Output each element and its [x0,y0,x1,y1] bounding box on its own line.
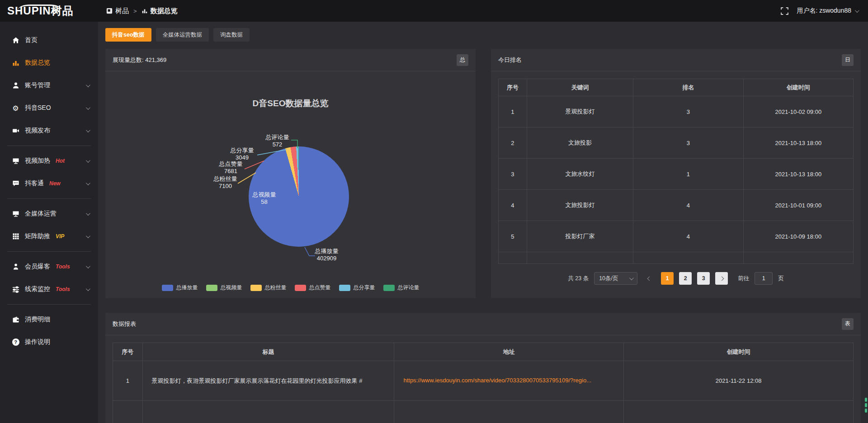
col-created: 创建时间 [743,79,853,96]
sidebar-item-doukétong[interactable]: 抖客通 New [0,172,98,195]
jump-page-input[interactable] [755,272,773,285]
legend-item[interactable]: 总粉丝量 [250,284,287,291]
sidebar-divider [7,251,91,252]
legend-swatch [339,285,350,291]
daily-view-button[interactable]: 日 [842,54,854,66]
table-view-button[interactable]: 表 [842,318,854,330]
chevron-down-icon [86,181,90,185]
vip-badge: VIP [56,233,64,240]
table-header-row: 序号 标题 地址 创建时间 [113,343,854,361]
chart-panel: 展现量总数: 421,369 总 D音SEO数据量总览 总评论量572 [105,49,476,298]
sidebar-item-media-ops[interactable]: 全媒体运营 [0,202,98,225]
chart-legend: 总播放量 总视频量 总粉丝量 总点赞量 总分享量 总评论量 [105,284,476,291]
pagination: 共 23 条 10条/页 1 2 3 前往 页 [498,272,854,285]
prev-page-button[interactable] [643,272,656,285]
tab-inquiry-data[interactable]: 询盘数据 [213,28,250,42]
total-view-button[interactable]: 总 [457,54,468,66]
sidebar-item-account[interactable]: 账号管理 [0,74,98,97]
sidebar-item-video-publish[interactable]: 视频发布 [0,119,98,142]
grid-icon [12,233,19,240]
breadcrumb-root[interactable]: 树品 [106,7,129,15]
page-button-1[interactable]: 1 [661,272,674,285]
pie-label-plays: 总播放量402909 [302,248,352,262]
jump-label: 前往 [738,275,749,282]
tab-media-ops-data[interactable]: 全媒体运营数据 [156,28,209,42]
legend-item[interactable]: 总播放量 [162,284,198,291]
col-url: 地址 [394,343,624,361]
legend-item[interactable]: 总视频量 [206,284,242,291]
video-link[interactable]: https://www.iesdouyin.com/share/video/70… [403,377,591,384]
username-label: 用户名: zswodun88 [797,7,851,15]
monitor-icon [12,157,19,165]
breadcrumb-current[interactable]: 数据总览 [142,7,178,15]
chat-bubble-icon [12,180,19,188]
legend-item[interactable]: 总分享量 [339,284,375,291]
pie-leader-lines [142,71,440,298]
sidebar-item-label: 操作说明 [25,338,50,346]
rank-table: 序号 关键词 排名 创建时间 1景观投影灯32021-10-02 09:00 [498,79,854,264]
table-row[interactable]: 3文旅水纹灯12021-10-13 18:00 [499,159,854,190]
sidebar: 首页 数据总览 账号管理 ⚙ 抖音SEO 视频发布 视频加热 Hot [0,22,98,423]
video-title-cell: 景观投影灯，夜游景观投影灯厂家展示展示落花灯在花园里的灯光投影应用效果 # [142,361,394,401]
table-row[interactable]: 1景观投影灯32021-10-02 09:00 [499,96,854,127]
app-window: SHUPIN树品 树品 > 数据总览 用户名: zswodun88 首页 [0,0,868,423]
page-button-2[interactable]: 2 [679,272,692,285]
table-row[interactable]: 5投影灯厂家42021-10-09 18:00 [499,221,854,252]
rank-panel-title: 今日排名 [498,56,522,64]
sidebar-item-lead-monitor[interactable]: 线索监控 Tools [0,278,98,301]
breadcrumb-separator: > [133,8,137,14]
sidebar-item-video-heat[interactable]: 视频加热 Hot [0,150,98,172]
sidebar-item-label: 视频加热 [25,157,50,165]
col-title: 标题 [142,343,394,361]
page-button-3[interactable]: 3 [697,272,710,285]
document-icon [106,8,113,14]
sidebar-item-label: 矩阵助推 [25,232,50,240]
sidebar-divider [7,304,91,305]
logo[interactable]: SHUPIN树品 [0,4,98,18]
sidebar-item-label: 会员爆客 [25,263,50,271]
legend-item[interactable]: 总评论量 [383,284,420,291]
chevron-down-icon [86,128,90,132]
gear-icon: ⚙ [12,104,19,112]
bar-chart-icon [142,8,148,14]
table-row-partial [499,252,854,264]
sidebar-item-label: 线索监控 [25,285,50,293]
username-menu[interactable]: 用户名: zswodun88 [797,7,858,15]
chevron-down-icon [86,211,90,216]
sidebar-item-data-overview[interactable]: 数据总览 [0,52,98,74]
sidebar-divider [7,146,91,146]
legend-swatch [295,285,306,291]
legend-swatch [162,285,173,291]
chevron-down-icon [86,287,90,291]
next-page-button[interactable] [715,272,728,285]
table-row[interactable]: 4文旅投影灯42021-10-01 09:00 [499,190,854,221]
chevron-down-icon [86,105,90,110]
table-row[interactable]: 2文旅投影32021-10-13 18:00 [499,127,854,159]
sidebar-divider [7,198,91,199]
sidebar-item-label: 抖客通 [25,179,44,188]
sidebar-item-home[interactable]: 首页 [0,29,98,52]
scrollbar-thumb[interactable] [865,398,867,414]
sidebar-item-matrix-boost[interactable]: 矩阵助推 VIP [0,225,98,248]
legend-swatch [383,285,395,291]
legend-item[interactable]: 总点赞量 [295,284,331,291]
chevron-down-icon [855,8,859,13]
legend-swatch [206,285,217,291]
sidebar-item-douyin-seo[interactable]: ⚙ 抖音SEO [0,97,98,119]
table-row[interactable]: 1 景观投影灯，夜游景观投影灯厂家展示展示落花灯在花园里的灯光投影应用效果 # … [113,361,854,401]
bar-chart-icon [12,59,19,67]
page-size-select[interactable]: 10条/页 [594,272,637,285]
sidebar-item-member-tools[interactable]: 会员爆客 Tools [0,255,98,278]
monitor-icon [12,210,19,218]
fullscreen-icon[interactable] [781,7,788,15]
sidebar-item-label: 抖音SEO [25,104,51,112]
sidebar-item-help[interactable]: ? 操作说明 [0,331,98,353]
pie-label-shares: 总分享量3049 [217,147,267,161]
tab-douyin-seo-data[interactable]: 抖音seo数据 [105,28,151,42]
sidebar-item-spend-details[interactable]: 消费明细 [0,308,98,331]
pagination-total: 共 23 条 [568,275,589,282]
logo-arc [18,5,61,14]
chevron-down-icon [86,83,90,87]
pie-chart: D音SEO数据量总览 总评论量572 总分享量3049 [105,71,476,298]
header-right: 用户名: zswodun88 [781,7,868,15]
